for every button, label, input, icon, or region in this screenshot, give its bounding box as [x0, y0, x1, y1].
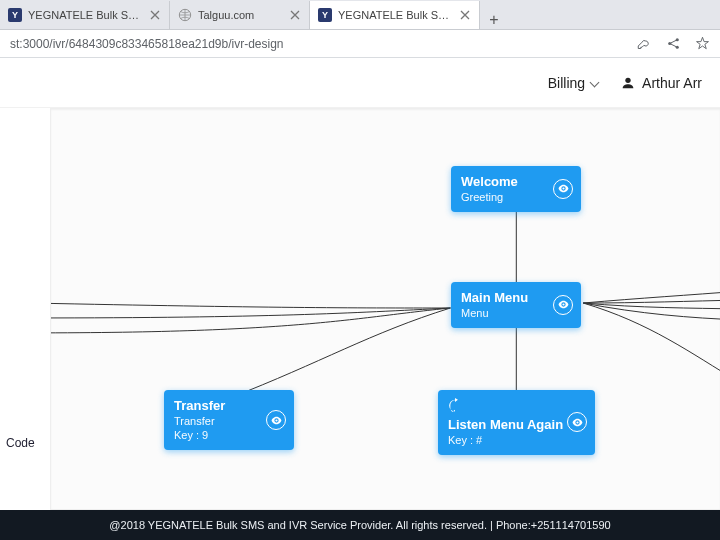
node-title: Main Menu [461, 290, 549, 306]
new-tab-button[interactable]: + [480, 11, 508, 29]
close-icon[interactable] [459, 9, 471, 21]
content-area: Code Welcome Greeting Main Me [0, 108, 720, 510]
view-icon[interactable] [567, 412, 587, 432]
refresh-icon [448, 398, 462, 412]
address-actions [627, 36, 710, 51]
svg-point-6 [562, 304, 564, 306]
billing-menu[interactable]: Billing [548, 75, 598, 91]
favicon-icon: Y [8, 8, 22, 22]
browser-tab-1[interactable]: Y YEGNATELE Bulk SMS & I… [0, 1, 170, 29]
node-key: Key : 9 [174, 428, 262, 442]
ivr-node-welcome[interactable]: Welcome Greeting [451, 166, 581, 212]
left-rail: Code [0, 108, 50, 510]
view-icon[interactable] [266, 410, 286, 430]
address-bar[interactable]: st:3000/ivr/6484309c833465818ea21d9b/ivr… [0, 30, 720, 58]
ivr-node-listen-again[interactable]: Listen Menu Again Key : # [438, 390, 595, 455]
user-label: Arthur Arr [642, 75, 702, 91]
chevron-down-icon [591, 75, 598, 91]
ivr-node-mainmenu[interactable]: Main Menu Menu [451, 282, 581, 328]
node-subtitle: Transfer [174, 414, 262, 428]
url-text: st:3000/ivr/6484309c833465818ea21d9b/ivr… [10, 37, 627, 51]
tab-title: YEGNATELE Bulk SMS & I… [338, 9, 453, 21]
svg-point-5 [562, 188, 564, 190]
tab-title: Talguu.com [198, 9, 283, 21]
svg-point-8 [576, 421, 578, 423]
bookmark-icon[interactable] [695, 36, 710, 51]
page-footer: @2018 YEGNATELE Bulk SMS and IVR Service… [0, 510, 720, 540]
footer-text: @2018 YEGNATELE Bulk SMS and IVR Service… [109, 519, 610, 531]
node-subtitle: Greeting [461, 190, 549, 204]
node-title: Listen Menu Again [448, 417, 563, 433]
view-icon[interactable] [553, 179, 573, 199]
user-menu[interactable]: Arthur Arr [620, 75, 702, 91]
view-icon[interactable] [553, 295, 573, 315]
globe-icon [178, 8, 192, 22]
user-icon [620, 75, 636, 91]
key-icon[interactable] [637, 36, 652, 51]
close-icon[interactable] [149, 9, 161, 21]
ivr-node-transfer[interactable]: Transfer Transfer Key : 9 [164, 390, 294, 450]
app-topbar: Billing Arthur Arr [0, 58, 720, 108]
svg-point-4 [625, 77, 630, 82]
browser-tab-3[interactable]: Y YEGNATELE Bulk SMS & I… [310, 1, 480, 29]
browser-chrome: Y YEGNATELE Bulk SMS & I… Talguu.com Y Y… [0, 0, 720, 58]
billing-label: Billing [548, 75, 585, 91]
node-title: Welcome [461, 174, 549, 190]
tabs-row: Y YEGNATELE Bulk SMS & I… Talguu.com Y Y… [0, 0, 720, 30]
plus-icon: + [489, 11, 498, 29]
node-subtitle: Menu [461, 306, 549, 320]
node-title: Transfer [174, 398, 262, 414]
browser-tab-2[interactable]: Talguu.com [170, 1, 310, 29]
node-key: Key : # [448, 433, 563, 447]
close-icon[interactable] [289, 9, 301, 21]
svg-point-7 [275, 419, 277, 421]
connector-lines [51, 109, 720, 509]
share-icon[interactable] [666, 36, 681, 51]
ivr-canvas[interactable]: Welcome Greeting Main Menu Menu Transfer… [50, 108, 720, 510]
tab-title: YEGNATELE Bulk SMS & I… [28, 9, 143, 21]
sidebar-item-code[interactable]: Code [0, 436, 35, 450]
favicon-icon: Y [318, 8, 332, 22]
